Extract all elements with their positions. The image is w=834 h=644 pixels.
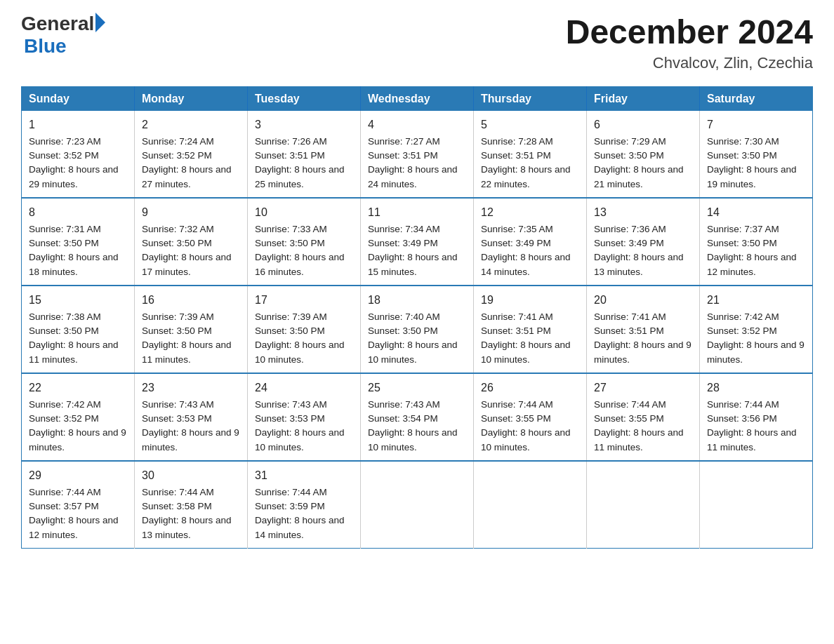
sunrise-label: Sunrise: 7:41 AM: [481, 311, 553, 322]
day-number: 23: [142, 380, 240, 396]
day-number: 11: [368, 204, 466, 221]
day-number: 8: [29, 204, 127, 221]
calendar-cell: [361, 461, 474, 549]
sunset-label: Sunset: 3:56 PM: [707, 413, 777, 424]
sunrise-label: Sunrise: 7:41 AM: [594, 311, 666, 322]
sunset-label: Sunset: 3:49 PM: [481, 238, 551, 248]
day-number: 26: [481, 380, 579, 396]
sunrise-label: Sunrise: 7:44 AM: [29, 487, 101, 497]
calendar-week-row: 15Sunrise: 7:38 AMSunset: 3:50 PMDayligh…: [22, 286, 813, 373]
sunrise-label: Sunrise: 7:33 AM: [255, 224, 327, 234]
sunrise-label: Sunrise: 7:38 AM: [29, 311, 101, 322]
calendar-cell: 21Sunrise: 7:42 AMSunset: 3:52 PMDayligh…: [700, 286, 813, 373]
calendar-cell: 6Sunrise: 7:29 AMSunset: 3:50 PMDaylight…: [587, 111, 700, 198]
sunset-label: Sunset: 3:58 PM: [142, 501, 212, 511]
sunrise-label: Sunrise: 7:37 AM: [707, 224, 779, 234]
sunset-label: Sunset: 3:51 PM: [594, 326, 664, 336]
day-number: 10: [255, 204, 353, 221]
sunrise-label: Sunrise: 7:36 AM: [594, 224, 666, 234]
daylight-label: Daylight: 8 hours and 18 minutes.: [29, 252, 119, 276]
daylight-label: Daylight: 8 hours and 14 minutes.: [481, 252, 571, 276]
day-number: 15: [29, 292, 127, 309]
day-number: 13: [594, 204, 692, 221]
calendar-cell: 17Sunrise: 7:39 AMSunset: 3:50 PMDayligh…: [248, 286, 361, 373]
daylight-label: Daylight: 8 hours and 16 minutes.: [255, 252, 345, 276]
calendar-cell: 26Sunrise: 7:44 AMSunset: 3:55 PMDayligh…: [474, 373, 587, 461]
sunrise-label: Sunrise: 7:44 AM: [142, 487, 214, 497]
sunrise-label: Sunrise: 7:26 AM: [255, 136, 327, 147]
sunset-label: Sunset: 3:50 PM: [255, 326, 325, 336]
calendar-cell: 14Sunrise: 7:37 AMSunset: 3:50 PMDayligh…: [700, 198, 813, 286]
calendar-header-thursday: Thursday: [474, 86, 587, 111]
calendar-cell: 16Sunrise: 7:39 AMSunset: 3:50 PMDayligh…: [135, 286, 248, 373]
daylight-label: Daylight: 8 hours and 10 minutes.: [255, 340, 345, 364]
calendar-cell: [700, 461, 813, 549]
calendar-cell: 15Sunrise: 7:38 AMSunset: 3:50 PMDayligh…: [22, 286, 135, 373]
sunset-label: Sunset: 3:50 PM: [255, 238, 325, 248]
calendar-header-tuesday: Tuesday: [248, 86, 361, 111]
calendar-cell: 29Sunrise: 7:44 AMSunset: 3:57 PMDayligh…: [22, 461, 135, 549]
calendar-table: SundayMondayTuesdayWednesdayThursdayFrid…: [21, 86, 813, 549]
sunset-label: Sunset: 3:51 PM: [481, 150, 551, 161]
day-number: 25: [368, 380, 466, 396]
sunset-label: Sunset: 3:52 PM: [142, 150, 212, 161]
sunset-label: Sunset: 3:52 PM: [29, 150, 99, 161]
sunrise-label: Sunrise: 7:27 AM: [368, 136, 440, 147]
day-number: 4: [368, 116, 466, 133]
sunset-label: Sunset: 3:52 PM: [29, 413, 99, 424]
calendar-cell: 1Sunrise: 7:23 AMSunset: 3:52 PMDaylight…: [22, 111, 135, 198]
sunset-label: Sunset: 3:50 PM: [142, 326, 212, 336]
logo-blue-text: Blue: [21, 35, 67, 58]
calendar-cell: 18Sunrise: 7:40 AMSunset: 3:50 PMDayligh…: [361, 286, 474, 373]
sunset-label: Sunset: 3:55 PM: [594, 413, 664, 424]
calendar-cell: 3Sunrise: 7:26 AMSunset: 3:51 PMDaylight…: [248, 111, 361, 198]
calendar-cell: 22Sunrise: 7:42 AMSunset: 3:52 PMDayligh…: [22, 373, 135, 461]
calendar-cell: [587, 461, 700, 549]
calendar-cell: 23Sunrise: 7:43 AMSunset: 3:53 PMDayligh…: [135, 373, 248, 461]
sunset-label: Sunset: 3:53 PM: [255, 413, 325, 424]
day-number: 17: [255, 292, 353, 309]
calendar-cell: 12Sunrise: 7:35 AMSunset: 3:49 PMDayligh…: [474, 198, 587, 286]
sunrise-label: Sunrise: 7:31 AM: [29, 224, 101, 234]
daylight-label: Daylight: 8 hours and 9 minutes.: [142, 427, 239, 452]
daylight-label: Daylight: 8 hours and 10 minutes.: [255, 427, 345, 452]
daylight-label: Daylight: 8 hours and 21 minutes.: [594, 164, 684, 189]
sunset-label: Sunset: 3:50 PM: [29, 326, 99, 336]
sunrise-label: Sunrise: 7:44 AM: [707, 399, 779, 410]
sunrise-label: Sunrise: 7:29 AM: [594, 136, 666, 147]
sunset-label: Sunset: 3:53 PM: [142, 413, 212, 424]
sunrise-label: Sunrise: 7:40 AM: [368, 311, 440, 322]
calendar-cell: 31Sunrise: 7:44 AMSunset: 3:59 PMDayligh…: [248, 461, 361, 549]
day-number: 24: [255, 380, 353, 396]
day-number: 6: [594, 116, 692, 133]
daylight-label: Daylight: 8 hours and 12 minutes.: [29, 515, 119, 539]
sunrise-label: Sunrise: 7:43 AM: [368, 399, 440, 410]
calendar-cell: 24Sunrise: 7:43 AMSunset: 3:53 PMDayligh…: [248, 373, 361, 461]
calendar-week-row: 22Sunrise: 7:42 AMSunset: 3:52 PMDayligh…: [22, 373, 813, 461]
day-number: 31: [255, 467, 353, 484]
sunrise-label: Sunrise: 7:30 AM: [707, 136, 779, 147]
sunset-label: Sunset: 3:51 PM: [481, 326, 551, 336]
sunrise-label: Sunrise: 7:34 AM: [368, 224, 440, 234]
calendar-cell: 25Sunrise: 7:43 AMSunset: 3:54 PMDayligh…: [361, 373, 474, 461]
daylight-label: Daylight: 8 hours and 9 minutes.: [29, 427, 126, 452]
calendar-week-row: 8Sunrise: 7:31 AMSunset: 3:50 PMDaylight…: [22, 198, 813, 286]
calendar-cell: 4Sunrise: 7:27 AMSunset: 3:51 PMDaylight…: [361, 111, 474, 198]
sunrise-label: Sunrise: 7:39 AM: [255, 311, 327, 322]
sunrise-label: Sunrise: 7:42 AM: [29, 399, 101, 410]
sunset-label: Sunset: 3:50 PM: [707, 150, 777, 161]
calendar-header-friday: Friday: [587, 86, 700, 111]
daylight-label: Daylight: 8 hours and 9 minutes.: [594, 340, 691, 364]
sunset-label: Sunset: 3:49 PM: [368, 238, 438, 248]
daylight-label: Daylight: 8 hours and 12 minutes.: [707, 252, 797, 276]
daylight-label: Daylight: 8 hours and 27 minutes.: [142, 164, 232, 189]
sunset-label: Sunset: 3:51 PM: [368, 150, 438, 161]
calendar-week-row: 29Sunrise: 7:44 AMSunset: 3:57 PMDayligh…: [22, 461, 813, 549]
daylight-label: Daylight: 8 hours and 11 minutes.: [707, 427, 797, 452]
sunrise-label: Sunrise: 7:42 AM: [707, 311, 779, 322]
location-subtitle: Chvalcov, Zlin, Czechia: [566, 54, 813, 72]
sunrise-label: Sunrise: 7:43 AM: [142, 399, 214, 410]
calendar-cell: 7Sunrise: 7:30 AMSunset: 3:50 PMDaylight…: [700, 111, 813, 198]
day-number: 22: [29, 380, 127, 396]
sunset-label: Sunset: 3:50 PM: [29, 238, 99, 248]
